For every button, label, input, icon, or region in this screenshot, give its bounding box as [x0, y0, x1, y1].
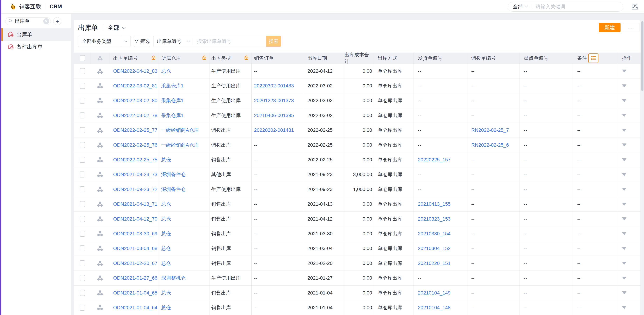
sales-order-cell[interactable]: 20220302-001481: [252, 123, 303, 138]
row-actions-dropdown-icon[interactable]: [622, 70, 626, 72]
row-actions-dropdown-icon[interactable]: [622, 306, 626, 309]
row-checkbox[interactable]: [80, 172, 85, 178]
transfer-no-cell[interactable]: --: [467, 197, 520, 212]
new-button[interactable]: 新建: [599, 23, 620, 32]
row-actions-dropdown-icon[interactable]: [622, 262, 626, 265]
transfer-no-cell[interactable]: --: [467, 167, 520, 182]
warehouse-link[interactable]: 采集仓库1: [159, 108, 210, 123]
warehouse-link[interactable]: 深圳备件仓: [159, 167, 210, 182]
order-no-link[interactable]: ODN2021-04-12_70: [110, 212, 159, 226]
delivery-no-cell[interactable]: 20220225_157: [414, 152, 467, 167]
warehouse-link[interactable]: 一级经销商A仓库: [159, 123, 210, 138]
order-no-link[interactable]: ODN2022-04-12_83: [110, 64, 159, 78]
column-header-transfer-no[interactable]: 调拨单编号: [467, 52, 520, 64]
transfer-no-cell[interactable]: --: [467, 182, 520, 196]
row-checkbox[interactable]: [80, 157, 85, 163]
list-view-toggle[interactable]: [588, 54, 598, 63]
delivery-no-cell[interactable]: 20210323_153: [414, 212, 467, 226]
order-no-link[interactable]: ODN2021-03-30_69: [110, 226, 159, 241]
row-actions-dropdown-icon[interactable]: [622, 232, 626, 235]
view-filter-dropdown[interactable]: 全部: [108, 24, 126, 32]
warehouse-link[interactable]: 一级经销商A仓库: [159, 138, 210, 152]
transfer-no-cell[interactable]: --: [467, 256, 520, 270]
order-number-search-input[interactable]: [193, 36, 266, 46]
order-no-link[interactable]: ODN2022-03-02_78: [110, 108, 159, 123]
column-header-order-no[interactable]: 出库单编号: [110, 52, 159, 64]
sidebar-item-label[interactable]: 备件出库单: [16, 43, 43, 50]
row-checkbox[interactable]: [80, 231, 85, 237]
sales-order-cell[interactable]: --: [252, 152, 303, 167]
warehouse-link[interactable]: 总仓: [159, 226, 210, 241]
column-header-date[interactable]: 出库日期: [303, 52, 344, 64]
delivery-no-cell[interactable]: --: [414, 78, 467, 93]
order-no-link[interactable]: ODN2021-04-13_71: [110, 197, 159, 212]
transfer-no-cell[interactable]: --: [467, 241, 520, 256]
delivery-no-cell[interactable]: --: [414, 138, 467, 152]
vertical-scrollbar[interactable]: [641, 20, 644, 315]
column-header-cost[interactable]: 出库成本合计: [344, 52, 374, 64]
delivery-no-cell[interactable]: --: [414, 167, 467, 182]
warehouse-link[interactable]: 总仓: [159, 197, 210, 212]
more-actions-button[interactable]: ...: [623, 23, 640, 32]
delivery-no-cell[interactable]: --: [414, 64, 467, 78]
sales-order-cell[interactable]: --: [252, 256, 303, 270]
row-actions-dropdown-icon[interactable]: [622, 247, 626, 250]
business-type-select[interactable]: 全部业务类型: [78, 36, 131, 47]
row-checkbox[interactable]: [80, 142, 85, 148]
delivery-no-cell[interactable]: --: [414, 182, 467, 196]
row-checkbox[interactable]: [80, 305, 85, 310]
sales-order-cell[interactable]: --: [252, 241, 303, 256]
global-search[interactable]: 全部: [508, 2, 623, 12]
column-header-sales-order[interactable]: 销售订单: [252, 52, 303, 64]
column-header-delivery-no[interactable]: 发货单编号: [414, 52, 467, 64]
clear-search-icon[interactable]: [43, 18, 49, 24]
order-no-link[interactable]: ODN2021-01-04_65: [110, 286, 159, 300]
row-actions-dropdown-icon[interactable]: [622, 129, 626, 132]
sales-order-cell[interactable]: 20201223-001373: [252, 94, 303, 108]
sidebar-item-label[interactable]: 出库单: [16, 31, 32, 38]
sidebar-item-spare-outbound-order[interactable]: 备件出库单: [2, 41, 71, 53]
sales-order-cell[interactable]: --: [252, 167, 303, 182]
select-all-checkbox[interactable]: [80, 55, 85, 61]
row-checkbox[interactable]: [80, 260, 85, 266]
transfer-no-cell[interactable]: --: [467, 152, 520, 167]
row-actions-dropdown-icon[interactable]: [622, 218, 626, 220]
sales-order-cell[interactable]: --: [252, 64, 303, 78]
row-actions-dropdown-icon[interactable]: [622, 84, 626, 88]
row-actions-dropdown-icon[interactable]: [622, 114, 626, 117]
sales-order-cell[interactable]: --: [252, 300, 303, 315]
order-no-link[interactable]: ODN2021-01-04_64: [110, 300, 159, 315]
row-checkbox[interactable]: [80, 83, 85, 89]
order-no-link[interactable]: ODN2021-09-23_72: [110, 182, 159, 196]
column-header-stocktake-no[interactable]: 盘点单编号: [520, 52, 573, 64]
delivery-no-cell[interactable]: --: [414, 108, 467, 123]
transfer-no-cell[interactable]: --: [467, 212, 520, 226]
row-checkbox[interactable]: [80, 290, 85, 296]
delivery-no-cell[interactable]: 20210220_151: [414, 256, 467, 270]
row-actions-dropdown-icon[interactable]: [622, 188, 626, 191]
row-actions-dropdown-icon[interactable]: [622, 144, 626, 146]
delivery-no-cell[interactable]: --: [414, 271, 467, 285]
order-no-link[interactable]: ODN2021-02-20_67: [110, 256, 159, 270]
view-filter-label[interactable]: 全部: [108, 24, 120, 32]
inbox-icon[interactable]: [631, 2, 639, 11]
column-header-type[interactable]: 出库类型: [210, 52, 252, 64]
sales-order-cell[interactable]: --: [252, 286, 303, 300]
sales-order-cell[interactable]: --: [252, 182, 303, 196]
warehouse-link[interactable]: 总仓: [159, 241, 210, 256]
sales-order-cell[interactable]: --: [252, 212, 303, 226]
delivery-no-cell[interactable]: --: [414, 123, 467, 138]
transfer-no-cell[interactable]: --: [467, 271, 520, 285]
row-checkbox[interactable]: [80, 275, 85, 281]
sidebar-search[interactable]: 出库单: [5, 17, 51, 25]
warehouse-link[interactable]: 深圳整机仓: [159, 271, 210, 285]
transfer-no-cell[interactable]: --: [467, 64, 520, 78]
row-checkbox[interactable]: [80, 216, 85, 222]
row-checkbox[interactable]: [80, 201, 85, 207]
row-checkbox[interactable]: [80, 112, 85, 118]
transfer-no-cell[interactable]: --: [467, 94, 520, 108]
column-header-warehouse[interactable]: 所属仓库: [159, 52, 210, 64]
warehouse-link[interactable]: 总仓: [159, 152, 210, 167]
sales-order-cell[interactable]: --: [252, 138, 303, 152]
sidebar-item-outbound-order[interactable]: 出库单: [2, 28, 71, 41]
